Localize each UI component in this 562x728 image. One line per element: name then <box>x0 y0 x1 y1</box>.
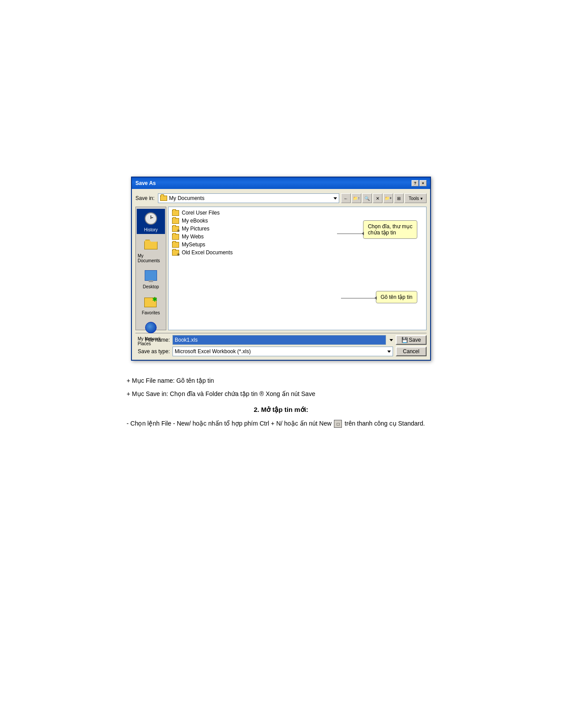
file-name-label: File name: <box>135 337 170 343</box>
dialog-body: Save in: My Documents ← 📁↑ <box>132 189 430 360</box>
folder-icon-webs <box>172 234 179 240</box>
save-icon: 💾 <box>401 337 408 343</box>
save-in-dropdown-arrow <box>333 197 337 200</box>
save-as-type-row: Save as type: Microsoft Excel Workbook (… <box>135 347 427 356</box>
save-in-dropdown[interactable]: My Documents <box>158 193 339 203</box>
save-as-type-label: Save as type: <box>135 348 170 355</box>
callout-directory-text: Chọn đĩa, thư mụcchứa tập tin <box>368 223 412 236</box>
delete-button[interactable]: ✕ <box>373 193 382 203</box>
dialog-filelist[interactable]: Corel User Files My eBooks My Pictures M… <box>168 207 427 330</box>
callout-directory: Chọn đĩa, thư mụcchứa tập tin <box>363 220 417 239</box>
save-as-type-arrow <box>387 351 391 353</box>
views-button[interactable]: ⊞ <box>394 193 404 203</box>
dialog-close-button[interactable]: × <box>420 180 427 186</box>
back-icon: ← <box>344 196 348 201</box>
favorites-icon: ✱ <box>143 294 159 309</box>
save-as-dialog: Save As ? × Save in: My Documents <box>131 177 431 361</box>
file-name-input[interactable] <box>172 335 386 345</box>
folder-icon-old-excel <box>172 250 179 256</box>
cancel-button-label: Cancel <box>403 348 419 355</box>
paragraph-new-file-text2: trên thanh công cụ Standard. <box>345 420 425 427</box>
file-item-pictures-label: My Pictures <box>182 226 210 232</box>
save-as-type-select[interactable]: Microsoft Excel Workbook (*.xls) <box>172 347 393 356</box>
file-item-old-excel[interactable]: Old Excel Documents <box>170 249 424 256</box>
sidebar-item-favorites-label: Favorites <box>142 310 160 315</box>
sidebar-item-my-documents[interactable]: My Documents <box>137 235 165 265</box>
save-button[interactable]: 💾 Save <box>396 335 427 345</box>
dialog-help-button[interactable]: ? <box>412 180 419 186</box>
dialog-toolbar: Save in: My Documents ← 📁↑ <box>135 192 427 204</box>
folder-icon-corel <box>172 210 179 216</box>
back-button[interactable]: ← <box>341 193 351 203</box>
up-icon: 📁↑ <box>353 196 360 200</box>
save-button-label: Save <box>409 337 421 343</box>
save-in-current-folder: My Documents <box>169 195 204 201</box>
sidebar-item-desktop[interactable]: Desktop <box>137 266 165 291</box>
new-file-icon-box: □ <box>334 420 342 428</box>
file-item-mysetups[interactable]: MySetups <box>170 241 424 249</box>
views-icon: ⊞ <box>397 196 401 201</box>
folder-icon-mysetups <box>172 242 179 248</box>
new-folder-button[interactable]: 📁+ <box>383 193 393 203</box>
toolbar-buttons: ← 📁↑ 🔍 ✕ 📁+ ⊞ <box>341 193 427 203</box>
network-icon <box>143 320 159 336</box>
sidebar-item-desktop-label: Desktop <box>143 284 159 289</box>
save-in-label: Save in: <box>135 195 154 201</box>
dialog-main: History My Documents Desktop <box>135 207 427 330</box>
file-name-row: File name: 💾 Save <box>135 335 427 345</box>
history-icon <box>143 211 159 226</box>
dialog-title: Save As <box>135 180 156 186</box>
file-name-dropdown-arrow <box>390 339 393 341</box>
folder-icon <box>160 196 167 201</box>
paragraph-new-file: - Chọn lệnh File - New/ hoặc nhấn tổ hợp… <box>127 419 435 428</box>
file-item-old-excel-label: Old Excel Documents <box>182 249 232 256</box>
callout-filename-text: Gõ tên tập tin <box>381 294 412 300</box>
cancel-button[interactable]: Cancel <box>396 347 427 356</box>
file-item-ebooks-label: My eBooks <box>182 218 208 224</box>
file-item-mysetups-label: MySetups <box>182 241 205 248</box>
sidebar-item-my-documents-label: My Documents <box>138 253 164 263</box>
folder-icon-pictures <box>172 226 179 232</box>
up-button[interactable]: 📁↑ <box>352 193 361 203</box>
bullet-1: + Mục File name: Gõ tên tập tin <box>127 376 435 385</box>
sidebar-item-favorites[interactable]: ✱ Favorites <box>137 292 165 317</box>
dialog-sidebar: History My Documents Desktop <box>135 207 166 330</box>
dialog-bottom: File name: 💾 Save Save as type: Microsof… <box>135 333 427 356</box>
dialog-titlebar-buttons: ? × <box>412 180 427 186</box>
delete-icon: ✕ <box>376 196 379 201</box>
section-2-heading: 2. Mở tập tin mới: <box>127 404 435 415</box>
page-content: Save As ? × Save in: My Documents <box>26 18 536 432</box>
callout-filename: Gõ tên tập tin <box>376 291 417 303</box>
folder-icon-ebooks <box>172 218 179 224</box>
file-item-corel-label: Corel User Files <box>182 210 220 216</box>
new-folder-icon: 📁+ <box>385 196 392 200</box>
search-button[interactable]: 🔍 <box>362 193 372 203</box>
paragraph-new-file-text1: - Chọn lệnh File - New/ hoặc nhấn tổ hợp… <box>127 420 332 427</box>
save-in-dropdown-text: My Documents <box>160 195 204 201</box>
search-icon: 🔍 <box>364 196 370 201</box>
file-item-corel[interactable]: Corel User Files <box>170 209 424 217</box>
text-content: + Mục File name: Gõ tên tập tin + Mục Sa… <box>127 376 435 432</box>
save-as-type-value: Microsoft Excel Workbook (*.xls) <box>175 348 251 355</box>
sidebar-item-history-label: History <box>144 227 157 232</box>
my-documents-icon <box>143 237 159 253</box>
tools-label: Tools ▾ <box>408 196 422 201</box>
file-item-webs-label: My Webs <box>182 234 204 240</box>
tools-button[interactable]: Tools ▾ <box>405 193 427 203</box>
sidebar-item-history[interactable]: History <box>137 209 165 234</box>
bullet-2: + Mục Save in: Chọn đĩa và Folder chứa t… <box>127 389 435 399</box>
desktop-icon <box>143 268 159 283</box>
dialog-titlebar: Save As ? × <box>132 177 430 189</box>
